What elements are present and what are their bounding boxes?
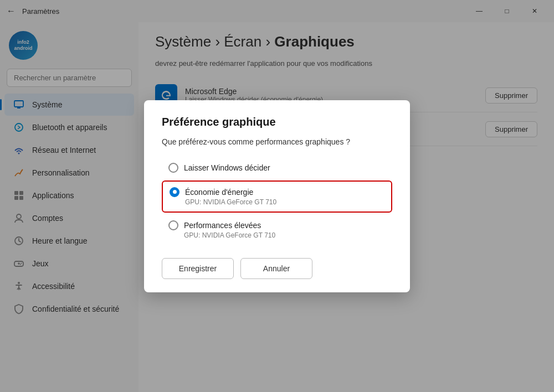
dialog-title: Préférence graphique: [162, 116, 392, 128]
cancel-button[interactable]: Annuler: [240, 258, 312, 279]
radio-circle-windows: [168, 163, 178, 173]
dialog-buttons: Enregistrer Annuler: [162, 258, 392, 279]
radio-group: Laisser Windows décider Économie d'énerg…: [162, 157, 392, 245]
radio-label-economie: Économie d'énergie: [185, 188, 253, 197]
radio-circle-performances: [168, 220, 178, 230]
radio-row-economie: Économie d'énergie: [170, 187, 384, 197]
radio-row-windows: Laisser Windows décider: [168, 163, 386, 173]
radio-sublabel-performances: GPU: NVIDIA GeForce GT 710: [184, 231, 386, 239]
radio-row-performances: Performances élevées: [168, 220, 386, 230]
preference-dialog: Préférence graphique Que préférez-vous c…: [144, 100, 410, 292]
save-button[interactable]: Enregistrer: [162, 258, 234, 279]
radio-sublabel-economie: GPU: NVIDIA GeForce GT 710: [185, 198, 384, 206]
dialog-question: Que préférez-vous comme performances gra…: [162, 137, 392, 146]
radio-option-economie[interactable]: Économie d'énergie GPU: NVIDIA GeForce G…: [162, 180, 392, 213]
radio-option-windows[interactable]: Laisser Windows décider: [162, 157, 392, 178]
radio-option-performances[interactable]: Performances élevées GPU: NVIDIA GeForce…: [162, 215, 392, 245]
radio-circle-economie: [170, 187, 179, 197]
radio-label-performances: Performances élevées: [184, 221, 261, 230]
radio-label-windows: Laisser Windows décider: [184, 163, 270, 172]
modal-overlay: Préférence graphique Que préférez-vous c…: [0, 0, 554, 392]
